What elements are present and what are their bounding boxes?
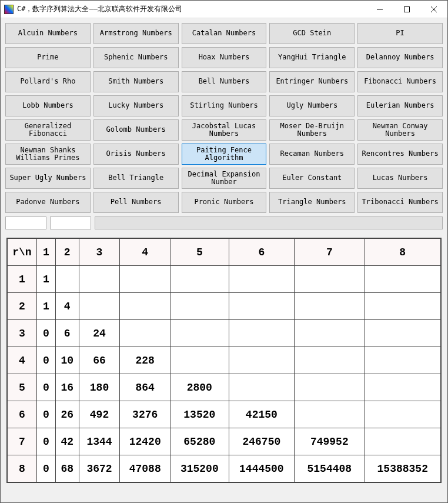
table-col-header: 5 <box>170 239 229 266</box>
table-col-header: 4 <box>120 239 170 266</box>
algorithm-button[interactable]: Lucas Numbers <box>357 168 443 189</box>
close-button[interactable] <box>420 1 447 18</box>
algorithm-button[interactable]: Rencontres Numbers <box>357 144 443 165</box>
table-cell: 24 <box>79 320 120 347</box>
algorithm-button[interactable]: GCD Stein <box>269 23 355 44</box>
window-title: C#，数字序列算法大全——北京联高软件开发有限公司 <box>17 4 366 14</box>
table-cell: 0 <box>36 374 55 401</box>
run-button[interactable] <box>95 216 443 229</box>
algorithm-button[interactable]: Lucky Numbers <box>93 95 179 116</box>
algorithm-button[interactable]: Tribonacci Numbers <box>357 192 443 213</box>
algorithm-button[interactable]: Prime <box>5 47 91 68</box>
algorithm-button[interactable]: PI <box>357 23 443 44</box>
algorithm-button[interactable]: Pell Numbers <box>93 192 179 213</box>
table-cell: 1344 <box>79 428 120 455</box>
algorithm-button[interactable]: Entringer Numbers <box>269 71 355 92</box>
maximize-button[interactable] <box>393 1 420 18</box>
table-col-header: 7 <box>295 239 365 266</box>
table-cell: 10 <box>55 347 79 374</box>
table-row-header: 4 <box>8 347 37 374</box>
table-cell <box>365 293 440 320</box>
algorithm-button[interactable]: Alcuin Numbers <box>5 23 91 44</box>
table-cell <box>295 266 365 293</box>
table-cell: 1 <box>36 293 55 320</box>
algorithm-button[interactable]: Jacobstal Lucas Numbers <box>182 119 267 141</box>
algorithm-button[interactable]: Padonve Numbers <box>5 192 91 213</box>
table-cell: 47088 <box>120 455 170 482</box>
algorithm-button[interactable]: Smith Numbers <box>93 71 179 92</box>
table-cell <box>295 401 365 428</box>
table-cell: 13520 <box>170 401 229 428</box>
table-cell <box>120 293 170 320</box>
table-body: 1121430624401066228501618086428006026492… <box>8 266 441 482</box>
table-cell <box>229 347 295 374</box>
table-cell <box>79 293 120 320</box>
maximize-icon <box>404 6 410 12</box>
algorithm-button-grid: Alcuin NumbersArmstrong NumbersCatalan N… <box>1 18 447 215</box>
algorithm-button[interactable]: Bell Triangle <box>93 168 179 189</box>
input-a[interactable] <box>5 216 46 229</box>
algorithm-button[interactable]: Eulerian Numbers <box>357 95 443 116</box>
table-cell <box>170 320 229 347</box>
algorithm-button[interactable]: Generalized Fibonacci <box>5 119 91 141</box>
algorithm-button[interactable]: Euler Constant <box>269 168 355 189</box>
window-controls <box>366 1 447 18</box>
algorithm-button[interactable]: Moser De-Bruijn Numbers <box>269 119 355 141</box>
algorithm-button[interactable]: Hoax Numbers <box>182 47 267 68</box>
close-icon <box>431 6 437 12</box>
algorithm-button[interactable]: Paiting Fence Algorithm <box>182 144 267 165</box>
algorithm-button[interactable]: Lobb Numbers <box>5 95 91 116</box>
table-cell: 68 <box>55 455 79 482</box>
titlebar: C#，数字序列算法大全——北京联高软件开发有限公司 <box>1 1 447 18</box>
table-row-header: 8 <box>8 455 37 482</box>
algorithm-button[interactable]: Catalan Numbers <box>182 23 267 44</box>
algorithm-button[interactable]: Pronic Numbers <box>182 192 267 213</box>
table-cell <box>170 293 229 320</box>
algorithm-button[interactable]: Golomb Numbers <box>93 119 179 141</box>
algorithm-button[interactable]: Orisis Numbers <box>93 144 179 165</box>
algorithm-button[interactable]: Stirling Numbers <box>182 95 267 116</box>
input-b[interactable] <box>50 216 91 229</box>
algorithm-button[interactable]: Super Ugly Numbers <box>5 168 91 189</box>
app-icon <box>4 5 14 14</box>
table-cell: 315200 <box>170 455 229 482</box>
table-row: 214 <box>8 293 441 320</box>
table-row-header: 7 <box>8 428 37 455</box>
algorithm-button[interactable]: Decimal Expansion Number <box>182 168 267 189</box>
table-cell <box>229 293 295 320</box>
table-col-header: 8 <box>365 239 440 266</box>
table-cell: 65280 <box>170 428 229 455</box>
algorithm-button[interactable]: Fibonacci Numbers <box>357 71 443 92</box>
table-row: 11 <box>8 266 441 293</box>
table-row-header: 5 <box>8 374 37 401</box>
algorithm-button[interactable]: Pollard's Rho <box>5 71 91 92</box>
algorithm-button[interactable]: Armstrong Numbers <box>93 23 179 44</box>
table-cell: 246750 <box>229 428 295 455</box>
algorithm-button[interactable]: Sphenic Numbers <box>93 47 179 68</box>
table-cell <box>295 320 365 347</box>
algorithm-button[interactable]: Newman Conway Numbers <box>357 119 443 141</box>
table-col-header: 6 <box>229 239 295 266</box>
table-row: 704213441242065280246750749952 <box>8 428 441 455</box>
algorithm-button[interactable]: Ugly Numbers <box>269 95 355 116</box>
table-row: 50161808642800 <box>8 374 441 401</box>
algorithm-button[interactable]: Bell Numbers <box>182 71 267 92</box>
table-cell: 66 <box>79 347 120 374</box>
table-cell <box>120 266 170 293</box>
table-cell <box>295 374 365 401</box>
table-cell: 228 <box>120 347 170 374</box>
algorithm-button[interactable]: Recaman Numbers <box>269 144 355 165</box>
minimize-button[interactable] <box>366 1 393 18</box>
table-cell <box>365 401 440 428</box>
algorithm-button[interactable]: YangHui Triangle <box>269 47 355 68</box>
algorithm-button[interactable]: Newman Shanks Williams Primes <box>5 144 91 165</box>
table-cell: 0 <box>36 401 55 428</box>
table-cell <box>170 347 229 374</box>
input-row <box>1 215 447 234</box>
algorithm-button[interactable]: Delannoy Numbers <box>357 47 443 68</box>
table-cell: 0 <box>36 428 55 455</box>
table-row: 30624 <box>8 320 441 347</box>
table-row: 401066228 <box>8 347 441 374</box>
table-cell: 0 <box>36 455 55 482</box>
algorithm-button[interactable]: Triangle Numbers <box>269 192 355 213</box>
